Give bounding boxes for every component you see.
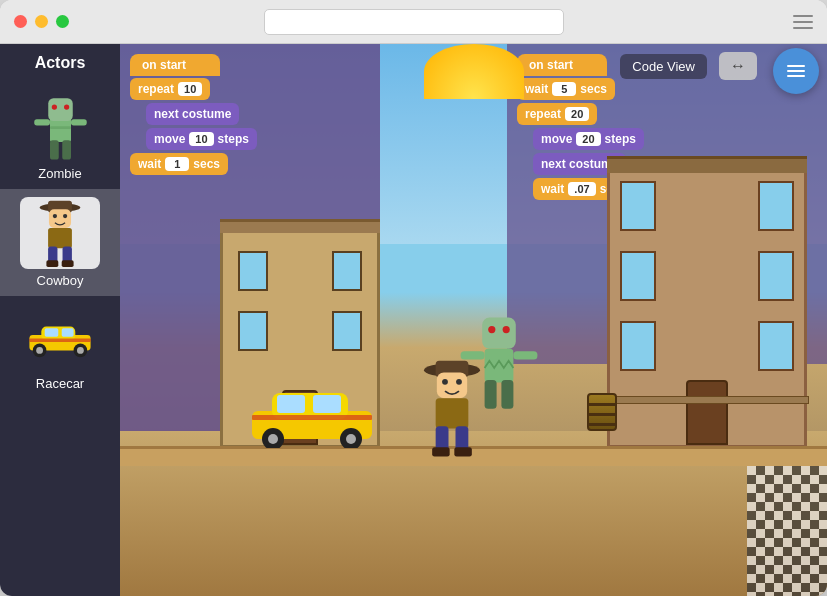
right-move-block[interactable]: move 20 steps — [533, 128, 644, 150]
wait-label: wait — [138, 157, 161, 171]
svg-rect-21 — [45, 328, 59, 337]
right-repeat-value[interactable]: 20 — [565, 107, 589, 121]
racecar-label: Racecar — [36, 376, 84, 391]
sun — [424, 44, 524, 99]
svg-rect-5 — [71, 119, 87, 125]
left-move-block[interactable]: move 10 steps — [146, 128, 257, 150]
titlebar — [0, 0, 827, 44]
right-wait-label: wait — [525, 82, 548, 96]
svg-rect-18 — [62, 260, 74, 267]
svg-rect-35 — [502, 380, 514, 409]
svg-rect-48 — [277, 395, 305, 413]
svg-rect-28 — [483, 318, 517, 349]
right-move-label: move — [541, 132, 572, 146]
svg-point-24 — [36, 347, 43, 354]
svg-rect-22 — [62, 328, 74, 337]
svg-point-51 — [268, 434, 278, 444]
building-right — [607, 168, 807, 448]
menu-circle-icon — [787, 65, 805, 77]
sidebar-item-zombie[interactable]: Zombie — [0, 86, 120, 189]
svg-point-13 — [63, 214, 67, 218]
svg-rect-31 — [485, 349, 514, 383]
svg-point-40 — [456, 379, 462, 385]
right-steps-label: steps — [605, 132, 636, 146]
code-view-button[interactable]: Code View — [620, 54, 707, 79]
svg-point-53 — [346, 434, 356, 444]
right-secs-label: secs — [580, 82, 607, 96]
svg-rect-4 — [34, 119, 50, 125]
sidebar: Actors — [0, 44, 120, 596]
right-wait-value[interactable]: 5 — [552, 82, 576, 96]
left-wait-block[interactable]: wait 1 secs — [130, 153, 228, 175]
left-repeat-block[interactable]: repeat 10 — [130, 78, 210, 100]
svg-rect-54 — [252, 415, 372, 420]
cowboy-avatar — [20, 197, 100, 269]
right-move-indent: move 20 steps — [517, 128, 644, 153]
swap-button[interactable]: ↔ — [719, 52, 757, 80]
hamburger-icon[interactable] — [793, 15, 813, 29]
left-next-costume-block[interactable]: next costume — [146, 103, 239, 125]
move-label: move — [154, 132, 185, 146]
right-wait07-label: wait — [541, 182, 564, 196]
svg-point-39 — [442, 379, 448, 385]
barrel — [587, 393, 617, 431]
checkered-area — [747, 466, 827, 596]
app-window: Actors — [0, 0, 827, 596]
svg-rect-33 — [514, 351, 538, 359]
right-repeat-block[interactable]: repeat 20 — [517, 103, 597, 125]
svg-rect-41 — [436, 398, 469, 428]
right-repeat-label: repeat — [525, 107, 561, 121]
sidebar-item-cowboy[interactable]: Cowboy — [0, 189, 120, 296]
left-on-start-block[interactable]: on start — [130, 54, 220, 76]
svg-rect-45 — [454, 447, 472, 456]
svg-point-30 — [503, 326, 510, 333]
menu-circle-button[interactable] — [773, 48, 819, 94]
zombie-avatar — [26, 94, 94, 162]
left-move-indent: move 10 steps — [130, 128, 257, 153]
sidebar-item-racecar[interactable]: Racecar — [0, 296, 120, 399]
svg-rect-27 — [29, 338, 90, 341]
svg-rect-0 — [50, 118, 71, 143]
right-move-value[interactable]: 20 — [576, 132, 600, 146]
wait-value[interactable]: 1 — [165, 157, 189, 171]
main-content: Actors — [0, 44, 827, 596]
url-bar[interactable] — [264, 9, 564, 35]
right-on-start-block[interactable]: on start — [517, 54, 607, 76]
next-costume-label: next costume — [154, 107, 231, 121]
svg-rect-44 — [432, 447, 450, 456]
svg-point-26 — [77, 347, 84, 354]
svg-point-12 — [53, 214, 57, 218]
racecar-avatar — [26, 304, 94, 372]
secs-label: secs — [193, 157, 220, 171]
move-value[interactable]: 10 — [189, 132, 213, 146]
racecar-character — [247, 383, 377, 448]
svg-rect-49 — [313, 395, 341, 413]
svg-rect-7 — [62, 140, 71, 159]
game-area: on start repeat 10 next costume — [120, 44, 827, 596]
right-wait5-block[interactable]: wait 5 secs — [517, 78, 615, 100]
svg-point-3 — [64, 104, 69, 109]
left-indent-group: next costume — [130, 103, 239, 128]
repeat-label: repeat — [138, 82, 174, 96]
svg-point-29 — [489, 326, 496, 333]
svg-rect-1 — [48, 98, 73, 121]
right-wait07-value[interactable]: .07 — [568, 182, 595, 196]
close-button[interactable] — [14, 15, 27, 28]
minimize-button[interactable] — [35, 15, 48, 28]
maximize-button[interactable] — [56, 15, 69, 28]
svg-point-2 — [51, 104, 56, 109]
repeat-value[interactable]: 10 — [178, 82, 202, 96]
svg-rect-17 — [46, 260, 58, 267]
svg-rect-8 — [50, 126, 71, 129]
steps-label: steps — [218, 132, 249, 146]
cowboy-character — [417, 356, 487, 466]
svg-rect-6 — [50, 140, 59, 159]
sidebar-title: Actors — [35, 54, 86, 72]
svg-rect-14 — [48, 228, 72, 248]
swap-icon: ↔ — [730, 57, 746, 75]
left-blocks-stack: on start repeat 10 next costume — [130, 54, 370, 178]
cowboy-label: Cowboy — [37, 273, 84, 288]
zombie-label: Zombie — [38, 166, 81, 181]
